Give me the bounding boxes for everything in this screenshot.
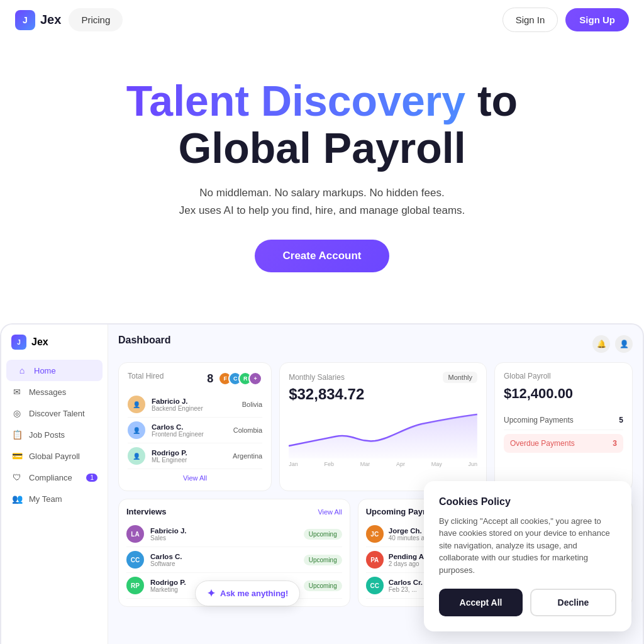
sidebar-item-compliance[interactable]: 🛡 Compliance 1 <box>1 467 108 488</box>
interviews-header: Interviews View All <box>126 507 342 516</box>
interview-name: Rodrigo P. <box>150 579 186 586</box>
chart-label-apr: Apr <box>396 461 405 467</box>
accept-cookies-button[interactable]: Accept All <box>439 589 523 616</box>
chart-label-may: May <box>431 461 442 467</box>
navbar-right: Sign In Sign Up <box>502 8 629 32</box>
hero-section: Talent Discovery toGlobal Payroll No mid… <box>0 40 644 297</box>
salary-chart <box>289 408 477 458</box>
employee-country: Argentina <box>233 452 262 460</box>
logo[interactable]: J Jex <box>15 10 61 30</box>
employee-list: 👤 Fabricio J. Backend Engineer Bolivia 👤… <box>128 392 262 469</box>
list-item: LA Fabricio J. Sales Upcoming <box>126 521 342 547</box>
cookie-banner: Cookies Policy By clicking "Accept all c… <box>424 481 631 632</box>
payment-avatar: JC <box>366 525 384 543</box>
interviews-view-all[interactable]: View All <box>318 508 341 516</box>
header-icons: 🔔 👤 <box>592 335 633 353</box>
sidebar: J Jex ⌂ Home ✉ Messages ◎ Discover Talen… <box>1 325 108 644</box>
create-account-button[interactable]: Create Account <box>255 240 389 272</box>
sidebar-logo: J Jex <box>1 335 108 360</box>
pricing-button[interactable]: Pricing <box>69 8 123 31</box>
payment-info: Carlos Cr. Feb 23, ... <box>389 579 423 593</box>
payment-name: Carlos Cr. <box>389 579 423 586</box>
monthly-salaries-card: Monthly Salaries Monthly $32,834.72 <box>279 362 487 491</box>
ai-star-icon: ✦ <box>207 587 215 599</box>
employee-name: Rodrigo P. <box>152 449 187 457</box>
ai-ask-button[interactable]: ✦ Ask me anything! <box>195 580 300 606</box>
sidebar-item-label: Home <box>34 366 56 375</box>
global-payroll-card: Global Payroll $12,400.00 Upcoming Payme… <box>494 362 633 491</box>
payroll-icon: 💳 <box>11 451 23 461</box>
sidebar-item-jobs[interactable]: 📋 Job Posts <box>1 424 108 445</box>
view-all-button[interactable]: View All <box>128 469 262 482</box>
decline-cookies-button[interactable]: Decline <box>530 589 616 616</box>
logo-name: Jex <box>40 13 61 27</box>
chart-labels: Jan Feb Mar Apr May Jun <box>289 461 477 467</box>
salary-title: Monthly Salaries <box>289 373 345 382</box>
interview-role: Marketing <box>150 586 186 593</box>
payroll-title: Global Payroll <box>504 372 623 380</box>
interview-role: Software <box>150 560 182 567</box>
sidebar-item-myteam[interactable]: 👥 My Team <box>1 488 108 509</box>
salary-amount: $32,834.72 <box>289 386 477 403</box>
table-row: 👤 Fabricio J. Backend Engineer Bolivia <box>128 392 262 418</box>
interview-avatar: CC <box>126 551 144 569</box>
employee-avatar: 👤 <box>128 447 145 465</box>
employee-info: Rodrigo P. ML Engineer <box>152 449 187 464</box>
cookie-buttons: Accept All Decline <box>439 589 616 616</box>
signup-button[interactable]: Sign Up <box>565 8 629 31</box>
navbar: J Jex Pricing Sign In Sign Up <box>0 0 644 40</box>
sidebar-item-discover[interactable]: ◎ Discover Talent <box>1 402 108 424</box>
profile-icon[interactable]: 👤 <box>615 335 633 353</box>
chart-label-feb: Feb <box>324 461 334 467</box>
sidebar-item-payroll[interactable]: 💳 Global Payroll <box>1 445 108 467</box>
discover-icon: ◎ <box>11 408 23 418</box>
interview-avatar: RP <box>126 577 144 594</box>
compliance-badge: 1 <box>86 474 97 482</box>
interviews-title: Interviews <box>126 507 167 516</box>
employee-info: Carlos C. Frontend Engineer <box>152 423 204 438</box>
interview-avatar: LA <box>126 525 144 543</box>
payroll-amount: $12,400.00 <box>504 386 623 402</box>
total-hired-count: 8 <box>207 372 213 386</box>
interview-info: Rodrigo P. Marketing <box>150 579 186 593</box>
employee-name: Carlos C. <box>152 423 204 431</box>
total-hired-right: 8 F C R + <box>207 372 262 386</box>
chart-label-jan: Jan <box>289 461 298 467</box>
employee-name: Fabricio J. <box>152 397 203 405</box>
sidebar-item-messages[interactable]: ✉ Messages <box>1 381 108 402</box>
total-hired-header: Total Hired 8 F C R + <box>128 372 262 386</box>
interview-status: Upcoming <box>304 580 342 591</box>
logo-icon: J <box>15 10 35 30</box>
overdue-count: 3 <box>613 439 617 448</box>
hero-title: Talent Discovery toGlobal Payroll <box>13 77 631 172</box>
cards-row: Total Hired 8 F C R + 👤 <box>118 362 633 491</box>
interview-name: Carlos C. <box>150 553 182 560</box>
dashboard-title: Dashboard <box>118 335 171 346</box>
salary-header: Monthly Salaries Monthly <box>289 372 477 383</box>
chart-label-jun: Jun <box>468 461 477 467</box>
overdue-label: Overdue Payments <box>510 439 575 448</box>
sidebar-item-label: Messages <box>29 387 66 397</box>
team-icon: 👥 <box>11 494 23 504</box>
signin-button[interactable]: Sign In <box>502 8 558 32</box>
upcoming-label: Upcoming Payments <box>504 416 574 425</box>
sidebar-item-home[interactable]: ⌂ Home <box>6 360 103 381</box>
employee-country: Colombia <box>233 426 262 434</box>
sidebar-logo-icon: J <box>11 335 26 350</box>
sidebar-item-label: Job Posts <box>29 430 65 440</box>
ai-button-label: Ask me anything! <box>220 589 288 598</box>
list-item: CC Carlos C. Software Upcoming <box>126 547 342 573</box>
employee-avatar: 👤 <box>128 421 145 439</box>
interview-status: Upcoming <box>304 529 342 540</box>
employee-role: ML Engineer <box>152 457 187 464</box>
notification-icon[interactable]: 🔔 <box>592 335 610 353</box>
messages-icon: ✉ <box>11 387 23 397</box>
payment-sub: 2 days ago <box>389 560 426 567</box>
avatar-4: + <box>248 372 262 386</box>
table-row: 👤 Carlos C. Frontend Engineer Colombia <box>128 418 262 443</box>
hero-subtitle2: Jex uses AI to help you find, hire, and … <box>13 204 631 217</box>
monthly-filter[interactable]: Monthly <box>443 372 477 383</box>
payment-info: Pending A. 2 days ago <box>389 553 426 567</box>
jobs-icon: 📋 <box>11 430 23 440</box>
interview-info: Carlos C. Software <box>150 553 182 567</box>
